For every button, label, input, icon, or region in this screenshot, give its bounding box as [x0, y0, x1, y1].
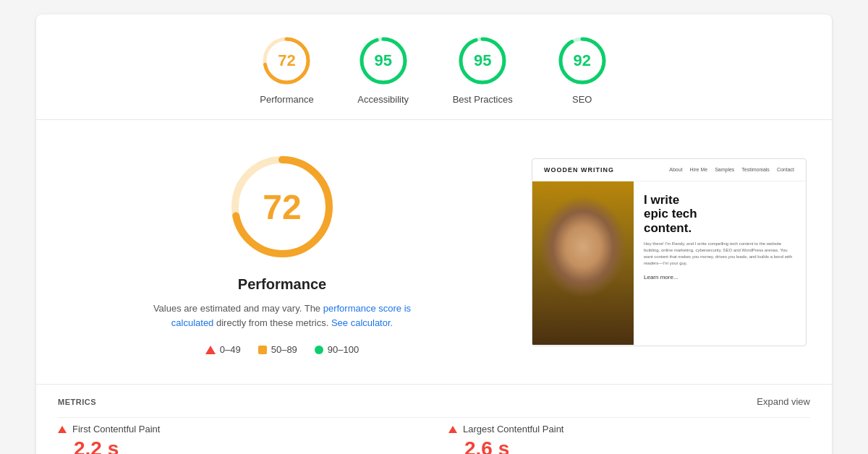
score-label-accessibility: Accessibility — [357, 94, 409, 105]
score-circle-seo: 92 — [556, 35, 608, 87]
calculator-link[interactable]: See calculator. — [331, 317, 393, 328]
expand-view-button[interactable]: Expand view — [757, 396, 810, 407]
preview-nav-testimonials: Testimonials — [741, 167, 770, 172]
preview-nav: WOODEN WRITING AboutHire MeSamplesTestim… — [532, 159, 806, 181]
perf-description: Values are estimated and may vary. The p… — [145, 301, 420, 330]
preview-content: I write epic tech content. Hey there! I'… — [634, 181, 806, 345]
preview-headline: I write epic tech content. — [644, 193, 796, 236]
main-content: 72 Performance Values are estimated and … — [36, 120, 832, 384]
score-item-accessibility: 95 Accessibility — [357, 35, 409, 105]
preview-nav-links: AboutHire MeSamplesTestimonialsContact — [669, 167, 794, 172]
preview-body: I write epic tech content. Hey there! I'… — [532, 181, 806, 345]
metric-triangle-icon-1 — [448, 426, 457, 433]
metrics-title: METRICS — [58, 398, 96, 406]
score-label-seo: SEO — [572, 94, 592, 105]
score-value-seo: 92 — [574, 51, 591, 70]
green-circle-icon — [315, 346, 323, 354]
score-value-accessibility: 95 — [374, 51, 391, 70]
legend-green: 90–100 — [315, 344, 359, 355]
score-circle-accessibility: 95 — [357, 35, 409, 87]
preview-image — [532, 181, 634, 345]
metrics-header: METRICS Expand view — [58, 396, 810, 407]
preview-nav-hire-me: Hire Me — [690, 167, 708, 172]
metric-name-0: First Contentful Paint — [72, 424, 160, 434]
metric-value-0: 2.2 s — [58, 437, 434, 454]
metric-triangle-icon-0 — [58, 426, 67, 433]
orange-square-icon — [258, 346, 267, 354]
preview-nav-about: About — [669, 167, 682, 172]
preview-learn-more: Learn more... — [644, 274, 796, 280]
preview-subtext: Hey there! I'm Randy, and I write compel… — [644, 241, 796, 267]
score-label-performance: Performance — [260, 94, 313, 105]
score-value-best-practices: 95 — [474, 51, 491, 70]
legend-orange: 50–89 — [258, 344, 297, 355]
metric-item-1: Largest Contentful Paint 2.6 s — [434, 417, 810, 454]
red-triangle-icon — [205, 346, 216, 354]
score-circle-performance: 72 — [260, 35, 312, 87]
left-panel: 72 Performance Values are estimated and … — [36, 120, 528, 384]
metric-value-1: 2.6 s — [448, 437, 810, 454]
scores-row: 72 Performance 95 Accessibility 95 Best … — [36, 14, 832, 120]
big-score-value: 72 — [263, 187, 301, 227]
metrics-grid: First Contentful Paint 2.2 s Largest Con… — [58, 417, 810, 454]
big-performance-circle: 72 — [224, 149, 340, 265]
score-item-performance: 72 Performance — [260, 35, 313, 105]
legend-red: 0–49 — [205, 344, 241, 355]
metric-header-1: Largest Contentful Paint — [448, 424, 810, 434]
score-item-best-practices: 95 Best Practices — [453, 35, 513, 105]
preview-logo: WOODEN WRITING — [544, 166, 614, 174]
score-item-seo: 92 SEO — [556, 35, 608, 105]
metrics-section: METRICS Expand view First Contentful Pai… — [36, 384, 832, 454]
preview-nav-samples: Samples — [715, 167, 734, 172]
metric-item-0: First Contentful Paint 2.2 s — [58, 417, 434, 454]
right-panel: WOODEN WRITING AboutHire MeSamplesTestim… — [528, 120, 832, 384]
score-circle-best-practices: 95 — [456, 35, 509, 87]
metric-header-0: First Contentful Paint — [58, 424, 434, 434]
perf-title: Performance — [238, 276, 326, 293]
score-value-performance: 72 — [278, 51, 295, 70]
website-preview: WOODEN WRITING AboutHire MeSamplesTestim… — [532, 158, 807, 346]
score-legend: 0–49 50–89 90–100 — [205, 344, 359, 355]
preview-nav-contact: Contact — [777, 167, 794, 172]
score-label-best-practices: Best Practices — [453, 94, 513, 105]
metric-name-1: Largest Contentful Paint — [463, 424, 563, 434]
person-photo — [532, 181, 634, 345]
lighthouse-card: 72 Performance 95 Accessibility 95 Best … — [36, 14, 832, 454]
